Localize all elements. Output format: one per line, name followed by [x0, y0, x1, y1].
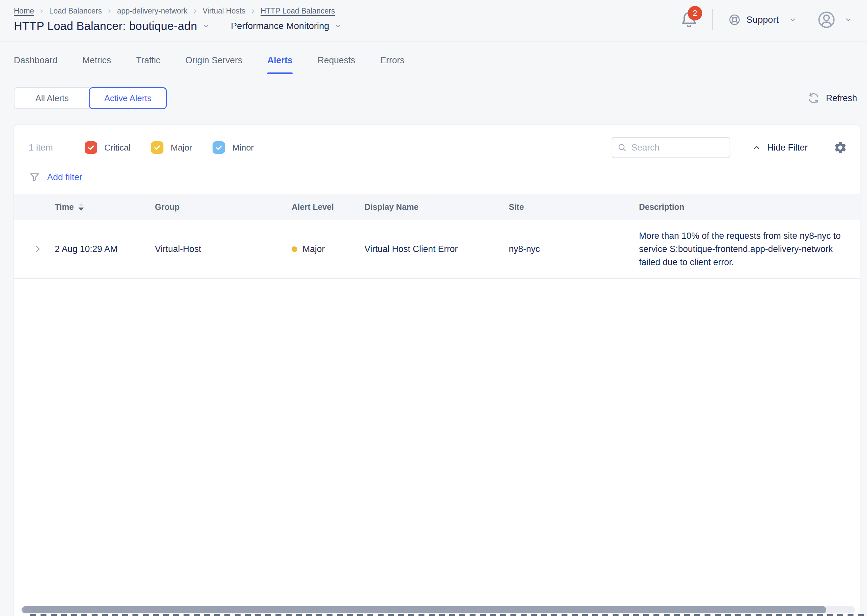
checkbox-checked-icon [151, 141, 164, 154]
alerts-card: 1 item Critical Major Minor Hide Filter [14, 124, 861, 616]
severity-checkbox-minor[interactable]: Minor [212, 141, 254, 154]
breadcrumb-item-load-balancers[interactable]: Load Balancers [49, 6, 102, 16]
account-menu[interactable] [817, 10, 852, 29]
alerts-segmented-control: All Alerts Active Alerts [14, 87, 167, 109]
column-header-alert-level[interactable]: Alert Level [292, 202, 365, 212]
topbar-right: 2 Support [679, 9, 852, 30]
breadcrumb-item-app-delivery-network[interactable]: app-delivery-network [117, 6, 187, 16]
row-expand-button[interactable] [14, 244, 55, 254]
table-header: Time Group Alert Level Display Name Site… [14, 194, 860, 220]
tab-errors[interactable]: Errors [380, 55, 405, 74]
severity-label: Critical [104, 143, 131, 153]
active-alerts-button[interactable]: Active Alerts [89, 87, 167, 109]
chevron-up-icon [752, 143, 761, 152]
sort-icon[interactable] [79, 203, 84, 211]
main-tabs: Dashboard Metrics Traffic Origin Servers… [0, 42, 867, 82]
column-label: Site [509, 202, 524, 212]
account-chevron-down-icon [845, 16, 852, 24]
column-label: Group [155, 202, 179, 212]
notification-badge: 2 [688, 6, 702, 20]
alert-level-label: Major [302, 244, 325, 254]
severity-dot-icon [292, 247, 297, 252]
view-selector-label: Performance Monitoring [231, 21, 329, 31]
cell-time: 2 Aug 10:29 AM [55, 244, 155, 254]
column-header-description[interactable]: Description [639, 202, 860, 212]
horizontal-scrollbar-thumb[interactable] [22, 606, 826, 613]
column-label: Description [639, 202, 684, 212]
view-selector-chevron-down-icon [335, 22, 342, 30]
column-header-display-name[interactable]: Display Name [365, 202, 509, 212]
clipped-content-edge [30, 614, 867, 616]
refresh-button[interactable]: Refresh [807, 92, 857, 104]
severity-label: Major [171, 143, 192, 153]
severity-label: Minor [232, 143, 254, 153]
add-filter-button[interactable]: Add filter [29, 171, 860, 183]
support-menu[interactable]: Support [728, 13, 796, 26]
breadcrumb-item-virtual-hosts[interactable]: Virtual Hosts [203, 6, 245, 16]
gear-icon [833, 141, 847, 154]
tab-alerts[interactable]: Alerts [267, 55, 293, 74]
title-chevron-down-icon[interactable] [202, 22, 209, 30]
severity-checkbox-major[interactable]: Major [151, 141, 192, 154]
checkbox-checked-icon [85, 141, 97, 154]
notifications-button[interactable]: 2 [679, 9, 700, 30]
cell-alert-level: Major [292, 244, 365, 254]
hide-filter-label: Hide Filter [767, 143, 808, 153]
chevron-right-icon [39, 9, 44, 14]
cell-group: Virtual-Host [155, 244, 292, 254]
cell-display-name: Virtual Host Client Error [365, 244, 509, 254]
checkbox-checked-icon [212, 141, 225, 154]
breadcrumb-item-http-load-balancers[interactable]: HTTP Load Balancers [261, 6, 335, 16]
search-input[interactable] [631, 143, 724, 153]
tab-origin-servers[interactable]: Origin Servers [186, 55, 242, 74]
column-header-site[interactable]: Site [509, 202, 639, 212]
support-chevron-down-icon [789, 16, 796, 24]
table-settings-button[interactable] [833, 141, 847, 154]
chevron-right-icon [192, 9, 198, 14]
search-icon [618, 142, 627, 153]
column-header-time[interactable]: Time [55, 202, 155, 212]
search-box [612, 137, 730, 158]
column-label: Alert Level [292, 202, 334, 212]
lifebuoy-icon [728, 13, 741, 26]
chevron-right-icon [250, 9, 256, 14]
funnel-icon [29, 171, 41, 183]
chevron-right-icon [107, 9, 112, 14]
tab-dashboard[interactable]: Dashboard [14, 55, 57, 74]
tab-requests[interactable]: Requests [318, 55, 355, 74]
all-alerts-button[interactable]: All Alerts [14, 87, 90, 109]
table-row[interactable]: 2 Aug 10:29 AM Virtual-Host Major Virtua… [14, 220, 860, 279]
refresh-icon [807, 92, 820, 104]
breadcrumb-item-home[interactable]: Home [14, 6, 34, 16]
hide-filter-button[interactable]: Hide Filter [752, 143, 808, 153]
cell-description: More than 10% of the requests from site … [639, 220, 860, 278]
header-divider [712, 9, 713, 30]
chevron-right-icon [33, 244, 42, 254]
tab-metrics[interactable]: Metrics [82, 55, 111, 74]
add-filter-label: Add filter [47, 172, 82, 182]
alerts-subbar: All Alerts Active Alerts Refresh [14, 87, 857, 109]
page-title: HTTP Load Balancer: boutique-adn [14, 19, 197, 33]
tab-traffic[interactable]: Traffic [136, 55, 160, 74]
top-header: Home Load Balancers app-delivery-network… [0, 0, 867, 42]
column-label: Display Name [365, 202, 419, 212]
severity-checkbox-critical[interactable]: Critical [85, 141, 131, 154]
page: Home Load Balancers app-delivery-network… [0, 0, 867, 616]
support-label: Support [746, 14, 779, 25]
refresh-label: Refresh [826, 93, 857, 104]
view-selector[interactable]: Performance Monitoring [231, 21, 342, 31]
cell-site: ny8-nyc [509, 244, 639, 254]
column-header-group[interactable]: Group [155, 202, 292, 212]
filter-bar: 1 item Critical Major Minor Hide Filter [14, 125, 860, 158]
avatar-icon [817, 10, 836, 29]
column-label: Time [55, 202, 74, 212]
item-count: 1 item [29, 143, 53, 153]
